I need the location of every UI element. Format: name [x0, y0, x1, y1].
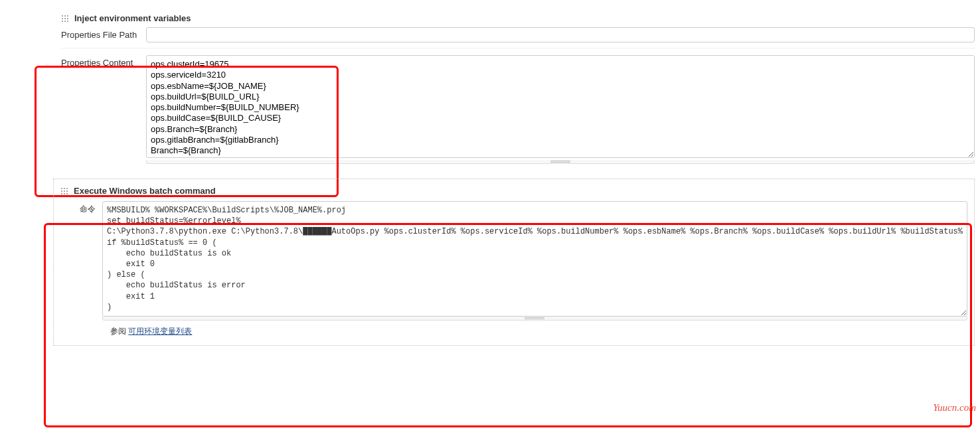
- resize-handle-icon[interactable]: [102, 317, 967, 321]
- svg-point-17: [66, 193, 68, 194]
- file-path-input[interactable]: [146, 27, 975, 42]
- inject-env-title: Inject environment variables: [74, 13, 191, 23]
- properties-content-label: Properties Content: [61, 55, 146, 68]
- watermark: Yuucn.com: [933, 402, 976, 413]
- svg-point-4: [64, 18, 66, 19]
- inject-env-section: Inject environment variables Properties …: [61, 11, 975, 164]
- svg-point-2: [67, 15, 68, 17]
- svg-point-3: [62, 18, 63, 19]
- svg-point-7: [64, 21, 66, 22]
- batch-title: Execute Windows batch command: [74, 186, 216, 196]
- svg-point-5: [67, 18, 68, 19]
- properties-content-row: Properties Content: [61, 55, 975, 164]
- svg-point-15: [61, 193, 62, 194]
- svg-point-11: [66, 188, 68, 189]
- resize-handle-icon[interactable]: [146, 160, 975, 164]
- svg-point-12: [61, 190, 62, 192]
- svg-point-8: [67, 21, 68, 22]
- env-vars-link[interactable]: 可用环境变量列表: [128, 327, 192, 336]
- batch-command-section: Execute Windows batch command 命令 %MSBUIL…: [53, 179, 975, 346]
- file-path-row: Properties File Path: [61, 27, 975, 42]
- drag-handle-icon[interactable]: [61, 15, 69, 23]
- batch-command-textarea[interactable]: %MSBUILD% %WORKSPACE%\BuildScripts\%JOB_…: [102, 201, 967, 317]
- inject-env-header[interactable]: Inject environment variables: [61, 11, 975, 26]
- svg-point-0: [62, 15, 63, 17]
- batch-command-row: 命令 %MSBUILD% %WORKSPACE%\BuildScripts\%J…: [60, 201, 967, 321]
- file-path-label: Properties File Path: [61, 27, 146, 40]
- reference-row: 参阅 可用环境变量列表: [110, 326, 967, 337]
- svg-point-9: [61, 188, 62, 189]
- svg-point-10: [64, 188, 65, 189]
- svg-point-14: [66, 190, 68, 192]
- svg-point-6: [62, 21, 63, 22]
- batch-header[interactable]: Execute Windows batch command: [60, 183, 967, 198]
- svg-point-16: [64, 193, 65, 194]
- properties-content-textarea[interactable]: [146, 55, 975, 158]
- svg-point-1: [64, 15, 66, 17]
- drag-handle-icon[interactable]: [60, 187, 68, 195]
- reference-text: 参阅: [110, 327, 128, 336]
- batch-command-label: 命令: [60, 201, 102, 215]
- svg-point-13: [64, 190, 65, 192]
